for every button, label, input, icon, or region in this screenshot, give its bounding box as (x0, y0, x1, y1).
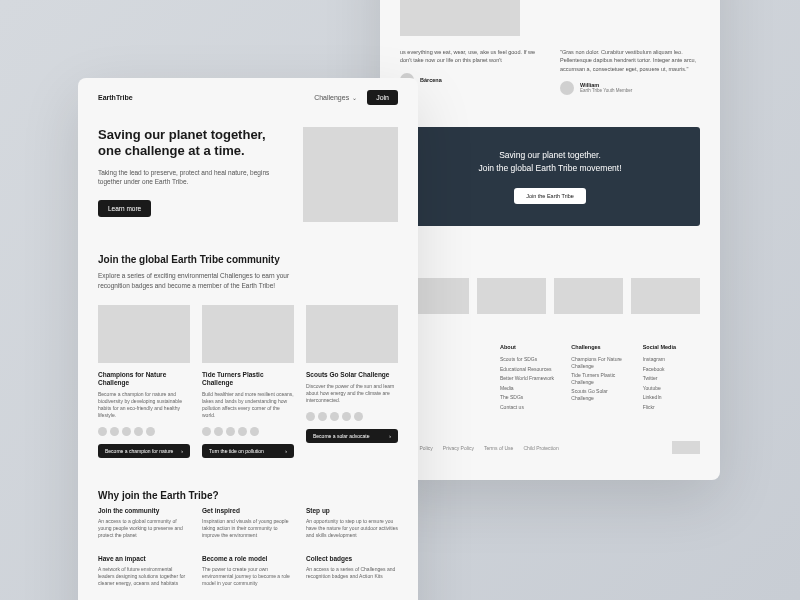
community-desc: Explore a series of exciting environment… (98, 271, 298, 291)
footer-link[interactable]: Contact us (500, 404, 557, 411)
community-title: Join the global Earth Tribe community (98, 254, 398, 265)
join-button[interactable]: Join (367, 90, 398, 105)
feature: Get inspiredInspiration and visuals of y… (202, 507, 294, 539)
hero-subtitle: Taking the lead to preserve, protect and… (98, 168, 285, 188)
feature: Have an impactA network of future enviro… (98, 555, 190, 587)
footer-link[interactable]: Scouts for SDGs (500, 356, 557, 363)
footer-link[interactable]: Champions For Nature Challenge (571, 356, 628, 369)
footer-col-about: About Scouts for SDGs Educational Resour… (500, 344, 557, 413)
hero-title: Saving our planet together, one challeng… (98, 127, 285, 160)
testimonial: "Gras non dolor. Curabitur vestibulum al… (560, 48, 700, 95)
footer-link[interactable]: Twitter (643, 375, 700, 382)
navbar: EarthTribe Challenges⌄ Join (78, 78, 418, 117)
footer-col-social: Social Media Instagram Facebook Twitter … (643, 344, 700, 413)
cta-banner: Saving our planet together.Join the glob… (400, 127, 700, 227)
feature: Collect badgesAn access to a series of C… (306, 555, 398, 587)
card-image (202, 305, 294, 363)
footer-link[interactable]: Youtube (643, 385, 700, 392)
footer-bottom-link[interactable]: Terms of Use (484, 445, 513, 451)
challenge-card: Champions for Nature Challenge Become a … (98, 305, 190, 459)
challenge-card: Tide Turners Plastic Challenge Build hea… (202, 305, 294, 459)
challenge-card: Scouts Go Solar Challenge Discover the p… (306, 305, 398, 459)
testimonial: us everything we eat, wear, use, ake us … (400, 48, 540, 95)
partner-logo (477, 278, 546, 314)
partners-title: rs (400, 256, 700, 266)
brand-logo[interactable]: EarthTribe (98, 94, 133, 101)
footer-link[interactable]: Scouts Go Solar Challenge (571, 388, 628, 401)
footer-link[interactable]: Instagram (643, 356, 700, 363)
chevron-down-icon: ⌄ (352, 94, 357, 101)
card-cta-button[interactable]: Turn the tide on pollution› (202, 444, 294, 458)
why-title: Why join the Earth Tribe? (98, 490, 398, 501)
feature: Step upAn opportunity to step up to ensu… (306, 507, 398, 539)
learn-more-button[interactable]: Learn more (98, 200, 151, 217)
card-image (306, 305, 398, 363)
footer-bottom-link[interactable]: Privacy Policy (443, 445, 474, 451)
footer-link[interactable]: Tide Turners Plastic Challenge (571, 372, 628, 385)
chevron-right-icon: › (285, 448, 287, 454)
partner-logo (631, 278, 700, 314)
footer-link[interactable]: LinkedIn (643, 394, 700, 401)
chevron-right-icon: › (389, 433, 391, 439)
partner-logo (554, 278, 623, 314)
feature: Become a role modelThe power to create y… (202, 555, 294, 587)
footer-link[interactable]: Better World Framework (500, 375, 557, 382)
footer-col-challenges: Challenges Champions For Nature Challeng… (571, 344, 628, 413)
chevron-right-icon: › (181, 448, 183, 454)
card-cta-button[interactable]: Become a solar advocate› (306, 429, 398, 443)
feature: Join the communityAn access to a global … (98, 507, 190, 539)
hero-image (303, 127, 398, 222)
nav-challenges[interactable]: Challenges⌄ (314, 94, 357, 101)
footer-link[interactable]: Media (500, 385, 557, 392)
card-image (98, 305, 190, 363)
footer-link[interactable]: Facebook (643, 366, 700, 373)
footer-link[interactable]: Educational Resources (500, 366, 557, 373)
footer-badge (672, 441, 700, 454)
cta-join-button[interactable]: Join the Earth Tribe (514, 188, 586, 204)
footer-link[interactable]: Flickr (643, 404, 700, 411)
card-cta-button[interactable]: Become a champion for nature› (98, 444, 190, 458)
footer-bottom-link[interactable]: Child Protection (523, 445, 558, 451)
footer-link[interactable]: The SDGs (500, 394, 557, 401)
